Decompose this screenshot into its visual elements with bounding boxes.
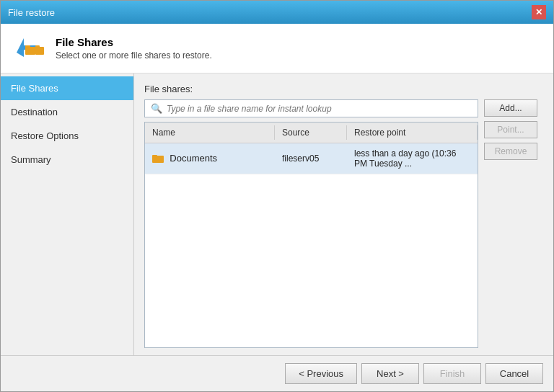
header-subtitle: Select one or more file shares to restor…: [56, 50, 212, 61]
section-label: File shares:: [144, 84, 543, 94]
add-button[interactable]: Add...: [484, 99, 537, 117]
search-box: 🔍: [144, 99, 478, 117]
window-title: File restore: [8, 7, 55, 18]
folder-icon: [152, 153, 164, 164]
footer: < Previous Next > Finish Cancel: [1, 355, 553, 391]
svg-rect-4: [35, 45, 40, 48]
svg-rect-1: [25, 47, 35, 55]
sidebar: File Shares Destination Restore Options …: [1, 74, 134, 355]
sidebar-item-summary[interactable]: Summary: [1, 148, 133, 172]
close-button[interactable]: ✕: [532, 5, 546, 19]
next-button[interactable]: Next >: [361, 363, 419, 384]
file-shares-table: Name Source Restore point: [144, 122, 478, 348]
file-restore-window: File restore ✕ File Shares Select one or…: [0, 0, 554, 392]
svg-rect-2: [25, 45, 30, 48]
header-area: File Shares Select one or more file shar…: [1, 24, 553, 74]
sidebar-item-restore-options[interactable]: Restore Options: [1, 124, 133, 148]
search-icon: 🔍: [151, 103, 162, 114]
cell-name: Documents: [145, 151, 275, 167]
table-container: 🔍 Name Source Restore point: [144, 99, 478, 348]
remove-button[interactable]: Remove: [484, 143, 537, 160]
col-header-name: Name: [145, 125, 275, 140]
point-button[interactable]: Point...: [484, 121, 537, 138]
cell-restore-point: less than a day ago (10:36 PM Tuesday ..…: [347, 146, 478, 171]
cell-source: fileserv05: [275, 151, 347, 166]
cancel-button[interactable]: Cancel: [485, 363, 543, 384]
header-title: File Shares: [56, 36, 212, 48]
right-panel: Add... Point... Remove: [478, 99, 543, 348]
sidebar-item-destination[interactable]: Destination: [1, 100, 133, 124]
table-header: Name Source Restore point: [145, 122, 478, 143]
sidebar-item-file-shares[interactable]: File Shares: [1, 76, 133, 100]
table-row[interactable]: Documents fileserv05 less than a day ago…: [145, 143, 478, 174]
finish-button[interactable]: Finish: [423, 363, 481, 384]
content-area: File Shares Destination Restore Options …: [1, 74, 553, 355]
main-with-buttons: 🔍 Name Source Restore point: [144, 99, 543, 348]
col-header-restore-point: Restore point: [347, 125, 478, 140]
svg-rect-3: [35, 47, 44, 55]
svg-rect-6: [152, 155, 157, 157]
header-text: File Shares Select one or more file shar…: [56, 36, 212, 61]
search-input[interactable]: [167, 104, 472, 114]
previous-button[interactable]: < Previous: [285, 363, 357, 384]
title-bar: File restore ✕: [1, 1, 553, 24]
file-shares-icon: [11, 31, 45, 66]
main-content: File shares: 🔍 Name Source Restore point: [134, 74, 553, 355]
col-header-source: Source: [275, 125, 347, 140]
